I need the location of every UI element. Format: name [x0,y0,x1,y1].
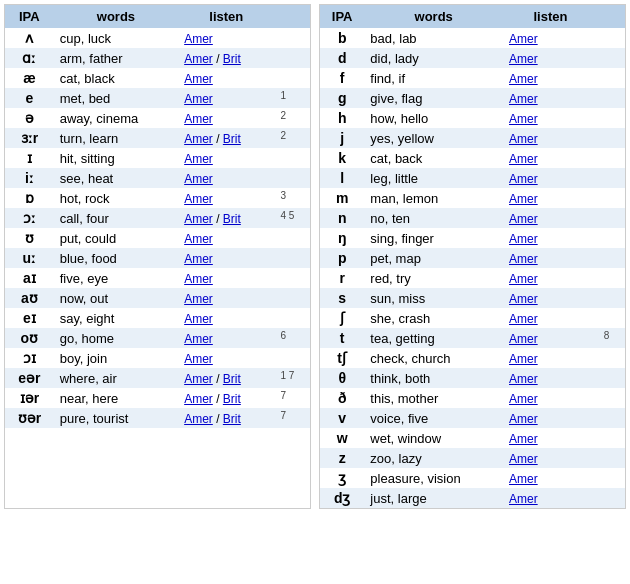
ipa-symbol: w [320,428,364,448]
amer-link[interactable]: Amer [509,52,538,66]
notes-cell: 1 7 [274,368,310,388]
notes-cell [598,288,625,308]
amer-link[interactable]: Amer [184,392,213,406]
amer-link[interactable]: Amer [184,32,213,46]
words-cell: away, cinema [54,108,178,128]
amer-link[interactable]: Amer [509,312,538,326]
amer-link[interactable]: Amer [509,352,538,366]
amer-link[interactable]: Amer [184,312,213,326]
amer-link[interactable]: Amer [184,72,213,86]
amer-link[interactable]: Amer [509,432,538,446]
brit-link[interactable]: Brit [223,132,241,146]
brit-link[interactable]: Brit [223,392,241,406]
listen-cell: Amer / Brit [178,368,274,388]
amer-link[interactable]: Amer [509,332,538,346]
ipa-symbol: ʃ [320,308,364,328]
notes-cell [598,48,625,68]
amer-link[interactable]: Amer [184,112,213,126]
amer-link[interactable]: Amer [184,152,213,166]
brit-link[interactable]: Brit [223,372,241,386]
table-row: ɑːarm, fatherAmer / Brit [5,48,310,68]
amer-link[interactable]: Amer [509,192,538,206]
table-row: kcat, backAmer [320,148,625,168]
amer-link[interactable]: Amer [509,72,538,86]
words-cell: this, mother [364,388,503,408]
amer-link[interactable]: Amer [509,32,538,46]
amer-link[interactable]: Amer [184,352,213,366]
ipa-symbol: s [320,288,364,308]
ipa-symbol: ɪ [5,148,54,168]
amer-link[interactable]: Amer [184,372,213,386]
words-cell: arm, father [54,48,178,68]
listen-cell: Amer [503,348,598,368]
table-row: vvoice, fiveAmer [320,408,625,428]
notes-cell [274,48,310,68]
listen-cell: Amer [503,208,598,228]
amer-link[interactable]: Amer [509,232,538,246]
notes-cell: 6 [274,328,310,348]
amer-link[interactable]: Amer [509,472,538,486]
ipa-symbol: ɑː [5,48,54,68]
amer-link[interactable]: Amer [184,292,213,306]
amer-link[interactable]: Amer [184,332,213,346]
amer-link[interactable]: Amer [184,252,213,266]
amer-link[interactable]: Amer [509,92,538,106]
words-cell: five, eye [54,268,178,288]
table-row: lleg, littleAmer [320,168,625,188]
words-cell: go, home [54,328,178,348]
listen-cell: Amer / Brit [178,388,274,408]
amer-link[interactable]: Amer [184,192,213,206]
notes-cell: 2 [274,128,310,148]
amer-link[interactable]: Amer [184,92,213,106]
words-cell: yes, yellow [364,128,503,148]
notes-cell [274,28,310,48]
words-cell: voice, five [364,408,503,428]
amer-link[interactable]: Amer [509,212,538,226]
notes-cell: 1 [274,88,310,108]
ipa-symbol: d [320,48,364,68]
amer-link[interactable]: Amer [509,412,538,426]
amer-link[interactable]: Amer [509,172,538,186]
amer-link[interactable]: Amer [184,212,213,226]
amer-link[interactable]: Amer [509,132,538,146]
ipa-symbol: aʊ [5,288,54,308]
amer-link[interactable]: Amer [184,272,213,286]
table-row: æcat, blackAmer [5,68,310,88]
amer-link[interactable]: Amer [184,172,213,186]
brit-link[interactable]: Brit [223,212,241,226]
amer-link[interactable]: Amer [184,132,213,146]
amer-link[interactable]: Amer [509,152,538,166]
table-row: ʃshe, crashAmer [320,308,625,328]
notes-cell [598,188,625,208]
amer-link[interactable]: Amer [184,412,213,426]
notes-cell: 3 [274,188,310,208]
words-cell: turn, learn [54,128,178,148]
amer-link[interactable]: Amer [509,392,538,406]
amer-link[interactable]: Amer [509,252,538,266]
ipa-symbol: ɜːr [5,128,54,148]
listen-cell: Amer [503,388,598,408]
listen-cell: Amer [503,168,598,188]
notes-cell [598,388,625,408]
listen-cell: Amer [503,448,598,468]
table-row: iːsee, heatAmer [5,168,310,188]
amer-link[interactable]: Amer [509,492,538,506]
table-row: ʊərpure, touristAmer / Brit7 [5,408,310,428]
amer-link[interactable]: Amer [509,372,538,386]
amer-link[interactable]: Amer [184,232,213,246]
listen-cell: Amer [503,128,598,148]
amer-link[interactable]: Amer [509,452,538,466]
words-cell: near, here [54,388,178,408]
slash-separator: / [213,132,223,146]
amer-link[interactable]: Amer [509,272,538,286]
amer-link[interactable]: Amer [509,292,538,306]
table-row: ttea, gettingAmer8 [320,328,625,348]
notes-cell [274,348,310,368]
amer-link[interactable]: Amer [509,112,538,126]
notes-cell [274,148,310,168]
brit-link[interactable]: Brit [223,412,241,426]
amer-link[interactable]: Amer [184,52,213,66]
table-row: ɔɪboy, joinAmer [5,348,310,368]
brit-link[interactable]: Brit [223,52,241,66]
words-cell: met, bed [54,88,178,108]
